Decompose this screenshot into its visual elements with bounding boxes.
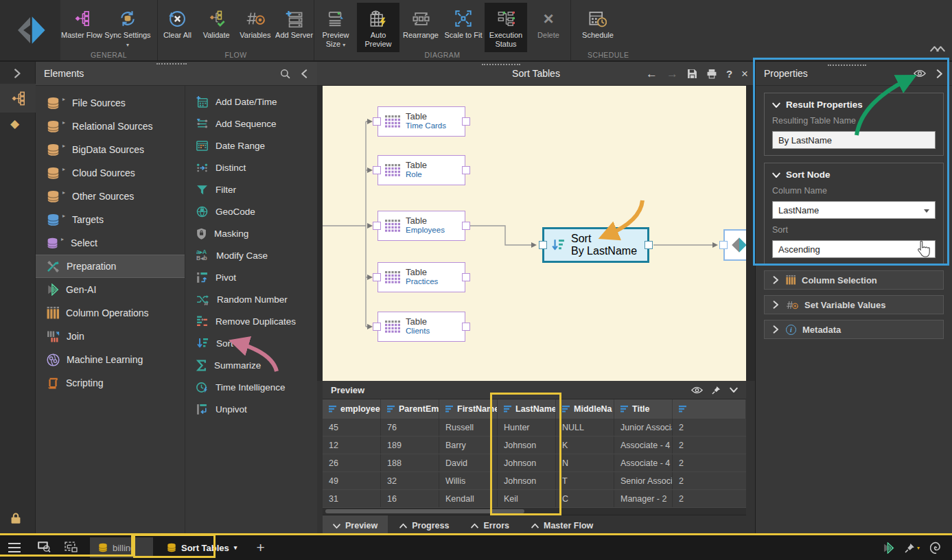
- validate-button[interactable]: Validate: [197, 3, 236, 52]
- close-icon[interactable]: ×: [741, 67, 748, 81]
- expander-icon[interactable]: ▸: [62, 96, 65, 102]
- table-row[interactable]: 26188DavidJohnsonNAssociate - 42: [323, 454, 746, 472]
- collapse-panel-icon[interactable]: [935, 69, 944, 78]
- preview-size-button[interactable]: Preview Size ▾: [314, 3, 357, 52]
- input-port[interactable]: [373, 222, 381, 230]
- tool-date-range[interactable]: Date Range: [185, 135, 317, 156]
- sidebar-item-scripting[interactable]: Scripting: [36, 371, 185, 395]
- flow-map-icon[interactable]: [65, 541, 78, 555]
- expander-icon[interactable]: ▸: [62, 189, 65, 196]
- chevron-down-icon[interactable]: [730, 386, 738, 394]
- tool-filter[interactable]: Filter: [185, 178, 317, 200]
- sidebar-item-column-operations[interactable]: Column Operations: [36, 301, 185, 325]
- add-flow-tab-button[interactable]: +: [256, 539, 264, 556]
- tool-sort[interactable]: Sort: [185, 332, 317, 354]
- flow-tab-sort-tables[interactable]: Sort Tables ▾: [159, 537, 245, 558]
- undo-icon[interactable]: ←: [646, 67, 658, 81]
- column-header[interactable]: Title: [614, 399, 673, 419]
- table-node-role[interactable]: TableRole: [378, 155, 465, 185]
- tool-unpivot[interactable]: Unpivot: [185, 398, 317, 420]
- table-node-employees[interactable]: TableEmployees: [378, 211, 465, 241]
- table-node-time-cards[interactable]: TableTime Cards: [378, 106, 465, 137]
- table-node-practices[interactable]: TablePractices: [378, 262, 465, 292]
- input-port[interactable]: [539, 241, 547, 249]
- tab-progress[interactable]: Progress: [389, 515, 459, 536]
- tool-pivot[interactable]: Pivot: [185, 266, 317, 288]
- tool-distinct[interactable]: Distinct: [185, 156, 317, 178]
- input-port[interactable]: [373, 117, 381, 126]
- sidebar-item-cloud-sources[interactable]: ▸Cloud Sources: [36, 161, 185, 185]
- table-row[interactable]: 3116KendallKeilCManager - 22: [323, 490, 746, 508]
- redo-icon[interactable]: →: [666, 67, 678, 81]
- sync-settings-button[interactable]: FLOWSync Settings ▾: [103, 3, 152, 52]
- tool-remove-duplicates[interactable]: Remove Duplicates: [185, 310, 317, 332]
- input-port[interactable]: [373, 166, 381, 174]
- tool-add-sequence[interactable]: Add Sequence: [185, 113, 317, 135]
- output-port[interactable]: [462, 273, 470, 281]
- section-metadata[interactable]: i Metadata: [764, 320, 944, 339]
- collapse-ribbon-button[interactable]: [930, 44, 945, 56]
- section-set-variable-values[interactable]: Set Variable Values: [764, 295, 944, 314]
- scale-to-fit-button[interactable]: Scale to Fit: [442, 3, 485, 52]
- sidebar-item-file-sources[interactable]: ▸File Sources: [36, 91, 185, 115]
- input-port[interactable]: [719, 241, 728, 249]
- spiral-icon[interactable]: [930, 541, 942, 554]
- lock-icon[interactable]: [10, 512, 21, 527]
- table-row[interactable]: 12189BarryJohnsonKAssociate - 42: [323, 436, 746, 454]
- sidebar-item-preparation[interactable]: Preparation: [36, 255, 185, 278]
- tool-add-date-time[interactable]: Add Date/Time: [185, 91, 317, 113]
- expander-icon[interactable]: ▸: [62, 119, 65, 126]
- section-column-selection[interactable]: Column Selection: [764, 270, 944, 290]
- execution-status-button[interactable]: Execution Status: [485, 3, 527, 52]
- variables-button[interactable]: Variables: [236, 3, 275, 52]
- output-port[interactable]: [462, 166, 470, 174]
- result-properties-header[interactable]: Result Properties: [772, 100, 936, 110]
- column-header[interactable]: LastName: [498, 399, 556, 419]
- sidebar-item-gen-ai[interactable]: Gen-AI: [36, 278, 185, 301]
- sidebar-item-machine-learning[interactable]: Machine Learning: [36, 348, 185, 371]
- eye-icon[interactable]: [691, 386, 703, 394]
- sidebar-item-other-sources[interactable]: ▸Other Sources: [36, 185, 185, 208]
- horizontal-scrollbar[interactable]: [323, 508, 746, 515]
- search-icon[interactable]: [280, 69, 290, 79]
- sort-node-selected[interactable]: SortBy LastName: [542, 227, 649, 263]
- column-header[interactable]: FirstName: [439, 399, 498, 419]
- input-port[interactable]: [373, 273, 381, 281]
- strip-tab-diamond[interactable]: ◆: [10, 117, 19, 131]
- eye-icon[interactable]: [914, 69, 926, 78]
- column-header[interactable]: [673, 399, 746, 419]
- flow-diagram-canvas[interactable]: TableTime Cards TableRole TableEmployees…: [323, 86, 746, 381]
- strip-tab-flow[interactable]: [0, 84, 36, 113]
- expander-icon[interactable]: ▸: [62, 166, 65, 172]
- sort-order-dropdown[interactable]: Ascending: [772, 240, 936, 258]
- save-icon[interactable]: [687, 69, 697, 79]
- pin-tool-button[interactable]: ▾: [905, 543, 920, 553]
- table-row[interactable]: 4932WillisJohnsonTSenior Associate -2: [323, 472, 746, 490]
- column-name-dropdown[interactable]: LastName: [772, 201, 936, 219]
- column-header[interactable]: employee: [323, 399, 381, 419]
- sidebar-item-relational-sources[interactable]: ▸Relational Sources: [36, 115, 185, 138]
- tab-errors[interactable]: Errors: [461, 515, 520, 536]
- sidebar-item-bigdata-sources[interactable]: ▸BigData Sources: [36, 138, 185, 161]
- tab-master-flow[interactable]: Master Flow: [521, 515, 603, 536]
- preview-monitor-icon[interactable]: [37, 541, 51, 555]
- output-port[interactable]: [645, 241, 653, 249]
- sidebar-item-targets[interactable]: ▸Targets: [36, 208, 185, 231]
- pin-icon[interactable]: [712, 386, 721, 395]
- expander-icon[interactable]: ▸: [61, 236, 64, 242]
- column-header[interactable]: ParentEmp: [381, 399, 439, 419]
- expand-panel-button[interactable]: [12, 69, 22, 81]
- print-icon[interactable]: [706, 69, 717, 79]
- schedule-button[interactable]: Schedule: [577, 3, 619, 52]
- add-server-button[interactable]: Add Server: [275, 3, 314, 52]
- output-port[interactable]: [462, 222, 470, 230]
- genai-logo-icon[interactable]: [883, 542, 894, 554]
- flow-tab-billing[interactable]: billing: [90, 537, 153, 558]
- sidebar-item-select[interactable]: ▸Select: [36, 231, 185, 255]
- delete-button[interactable]: × Delete: [527, 3, 570, 52]
- table-row[interactable]: 4576RussellHunterNULLJunior Associate -2: [323, 419, 746, 436]
- menu-icon[interactable]: [8, 543, 21, 552]
- tool-geocode[interactable]: GeoCode: [185, 200, 317, 222]
- sort-node-header[interactable]: Sort Node: [772, 170, 936, 180]
- tool-time-intelligence[interactable]: Time Intelligence: [185, 376, 317, 398]
